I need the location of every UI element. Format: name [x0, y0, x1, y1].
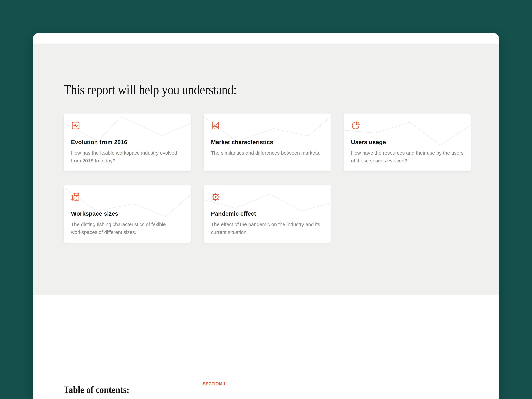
pie-chart-icon	[351, 121, 360, 130]
card-title: Evolution from 2016	[71, 139, 127, 146]
card-market: Market characteristics The similarities …	[204, 114, 331, 171]
window-titlebar	[33, 33, 499, 44]
card-title: Workspace sizes	[71, 210, 118, 217]
area-chart-icon	[211, 121, 220, 130]
intro-heading: This report will help you understand:	[64, 82, 237, 98]
app-window: This report will help you understand: Ev…	[33, 33, 499, 399]
topic-cards-grid: Evolution from 2016 How has the fexible …	[64, 114, 471, 243]
dimensions-icon	[71, 192, 80, 202]
report-hero-section: This report will help you understand: Ev…	[33, 44, 499, 295]
card-description: The effect of the pandemic on the indust…	[211, 221, 324, 236]
section-label: SECTION 1	[203, 381, 226, 386]
toc-heading: Table of contents:	[64, 384, 129, 395]
card-description: How has the fexible workspace industry e…	[71, 149, 184, 165]
contents-section: Table of contents: SECTION 1 How has the…	[33, 295, 499, 399]
card-title: Market characteristics	[211, 139, 273, 146]
card-users: Users usage How have the resources and t…	[344, 114, 471, 171]
card-evolution: Evolution from 2016 How has the fexible …	[64, 114, 191, 171]
card-description: How have the resources and their use by …	[351, 149, 464, 165]
card-description: The similarities and differences between…	[211, 149, 324, 157]
card-description: The distinguishing characteristics of fe…	[71, 221, 184, 236]
virus-icon	[211, 192, 220, 202]
card-title: Pandemic effect	[211, 210, 256, 217]
page-frame: { "theme": { "frame_color": "#15504D", "…	[0, 0, 532, 399]
card-title: Users usage	[351, 139, 386, 146]
activity-icon	[71, 121, 80, 130]
card-pandemic: Pandemic effect The effect of the pandem…	[204, 185, 331, 243]
card-sizes: Workspace sizes The distinguishing chara…	[64, 185, 191, 243]
